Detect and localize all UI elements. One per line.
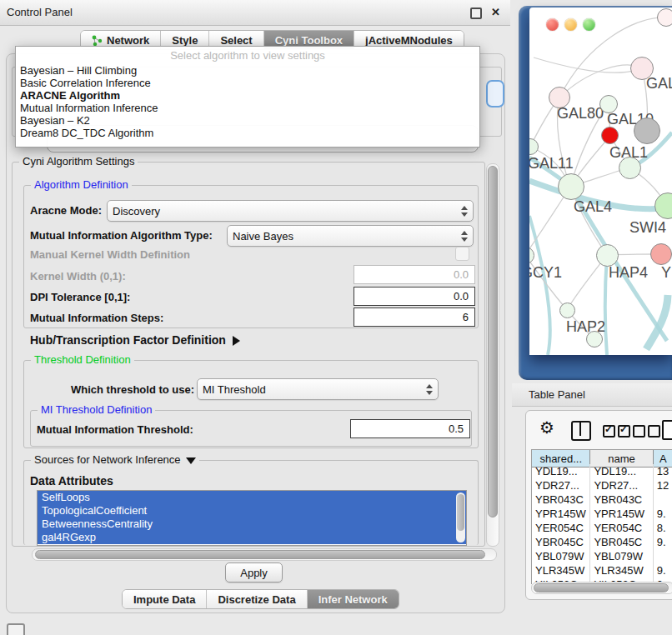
network-node-red[interactable] — [601, 127, 619, 144]
table-row[interactable]: YBR043CYBR043C — [532, 492, 672, 507]
control-panel-titlebar: Control Panel ✕ — [0, 0, 510, 26]
node-label: SWI4 — [629, 219, 666, 237]
panel-title: Control Panel — [7, 6, 73, 18]
table-header-row: shared... name A — [532, 450, 672, 464]
table-row[interactable]: YPR145WYPR145W9. — [532, 507, 672, 521]
menu-item-selected[interactable]: ARACNE Algorithm — [16, 89, 479, 102]
which-threshold-label: Which threshold to use: — [71, 383, 194, 396]
mi-algorithm-type-combobox[interactable]: Naive Bayes — [227, 225, 474, 247]
table-horizontal-scrollbar[interactable] — [531, 582, 672, 594]
algorithm-dropdown-popup: Select algorithm to view settings Bayesi… — [15, 46, 480, 148]
menu-item[interactable]: Basic Correlation Inference — [16, 77, 479, 89]
combo-arrows-icon — [419, 384, 433, 395]
network-node-gal4[interactable] — [558, 173, 584, 200]
hub-definition-expander[interactable]: Hub/Transcription Factor Definition — [30, 333, 240, 347]
minimized-panel-icon[interactable] — [7, 623, 25, 635]
algorithm-definition-title: Algorithm Definition — [31, 178, 132, 191]
table-row[interactable]: YBL079WYBL079W — [532, 549, 672, 563]
menu-item[interactable]: Dream8 DC_TDC Algorithm — [16, 127, 479, 139]
combo-arrows-icon — [454, 206, 468, 217]
list-item[interactable]: gal4RGexp — [38, 531, 466, 544]
network-node-partial-bottom[interactable] — [586, 331, 603, 348]
dpi-tolerance-label: DPI Tolerance [0,1]: — [30, 291, 130, 303]
mi-threshold-field[interactable]: 0.5 — [350, 419, 470, 438]
menu-item[interactable]: Mutual Information Inference — [16, 102, 479, 114]
table-panel-title: Table Panel — [529, 388, 585, 401]
column-visibility-icon[interactable] — [571, 421, 591, 441]
kernel-width-field[interactable]: 0.0 — [354, 265, 475, 284]
node-label: GAL11 — [529, 155, 574, 172]
mi-threshold-definition-title: MI Threshold Definition — [38, 403, 155, 416]
list-item[interactable]: SelfLoops — [38, 491, 466, 504]
kernel-width-label: Kernel Width (0,1): — [30, 270, 126, 282]
settings-group-title: Cyni Algorithm Settings — [19, 155, 138, 168]
tab-impute-data[interactable]: Impute Data — [123, 590, 207, 608]
network-node-gray[interactable] — [634, 118, 660, 144]
list-item[interactable]: TopologicalCoefficient — [38, 504, 466, 518]
node-label: GAL80 — [557, 105, 604, 122]
mi-steps-label: Mutual Information Steps: — [30, 312, 163, 324]
close-icon[interactable]: ✕ — [491, 6, 500, 18]
expander-collapsed-icon — [233, 336, 240, 346]
node-label: HAP4 — [609, 264, 648, 282]
aracne-mode-label: Aracne Mode: — [30, 204, 102, 217]
dpi-tolerance-field[interactable]: 0.0 — [354, 287, 475, 306]
table-panel: ⚙ shared... name A YDL19...YDL19...13 YD… — [525, 410, 672, 600]
network-edges — [529, 8, 672, 355]
table-panel-titlebar: Table Panel — [512, 383, 672, 407]
data-attributes-label: Data Attributes — [30, 474, 113, 488]
attributes-scrollbar[interactable] — [456, 492, 465, 542]
expander-expanded-icon — [186, 458, 196, 464]
network-node-gal1[interactable] — [619, 157, 641, 179]
list-item[interactable]: BetweennessCentrality — [38, 518, 466, 531]
table-row[interactable]: YDL19...YDL19...13 — [532, 464, 672, 478]
apply-button[interactable]: Apply — [225, 562, 283, 582]
algorithm-combobox-focus-edge[interactable] — [486, 80, 504, 108]
network-view-frame: GAL GAL80 GAL10 GAL1 GAL11 SWI4 GAL4 GCY… — [519, 6, 672, 380]
node-table: shared... name A YDL19...YDL19...13 YDR2… — [531, 449, 672, 584]
popup-placeholder: Select algorithm to view settings — [16, 47, 479, 64]
float-panel-icon[interactable] — [470, 8, 482, 19]
manual-kernel-width-checkbox[interactable] — [455, 247, 469, 261]
network-node-partial-top[interactable] — [657, 8, 672, 27]
node-label: GCY1 — [529, 264, 562, 282]
network-node-hap2[interactable] — [559, 302, 575, 318]
node-label: GAL — [646, 75, 672, 92]
network-tab-icon — [92, 35, 103, 46]
menu-item[interactable]: Bayesian – Hill Climbing — [16, 64, 479, 77]
sources-group-title[interactable]: Sources for Network Inference — [31, 453, 199, 466]
combo-arrows-icon — [454, 231, 468, 242]
table-row[interactable]: YBR045CYBR045C9. — [532, 535, 672, 549]
tab-discretize-data[interactable]: Discretize Data — [207, 590, 307, 608]
gear-icon[interactable]: ⚙ — [539, 419, 554, 436]
threshold-definition-title: Threshold Definition — [31, 353, 134, 366]
table-row[interactable]: YLR345WYLR345W9. — [532, 563, 672, 578]
table-row[interactable]: YER054CYER054C8. — [532, 521, 672, 535]
network-node-pink[interactable] — [650, 243, 672, 265]
which-threshold-combobox[interactable]: MI Threshold — [197, 378, 439, 400]
settings-horizontal-scrollbar[interactable] — [32, 548, 497, 561]
data-attributes-list[interactable]: SelfLoops TopologicalCoefficient Between… — [37, 490, 467, 546]
tab-infer-network[interactable]: Infer Network — [308, 590, 399, 608]
network-window[interactable]: GAL GAL80 GAL10 GAL1 GAL11 SWI4 GAL4 GCY… — [529, 8, 672, 355]
settings-vertical-scrollbar[interactable] — [486, 163, 499, 547]
network-node-hap4[interactable] — [596, 244, 619, 267]
manual-kernel-width-label: Manual Kernel Width Definition — [30, 248, 190, 261]
mi-steps-field[interactable]: 6 — [354, 308, 475, 327]
deselect-all-checkboxes-icon[interactable] — [633, 425, 660, 440]
node-label: GAL4 — [574, 198, 612, 216]
select-all-checkboxes-icon[interactable] — [603, 425, 630, 440]
export-table-icon[interactable] — [662, 420, 672, 440]
aracne-mode-combobox[interactable]: Discovery — [107, 200, 474, 222]
table-row[interactable]: YDR27...YDR27...12 — [532, 478, 672, 492]
cyni-mode-tabs: Impute Data Discretize Data Infer Networ… — [122, 589, 399, 609]
menu-item[interactable]: Bayesian – K2 — [16, 114, 479, 127]
mi-threshold-label: Mutual Information Threshold: — [37, 423, 193, 436]
mi-algorithm-type-label: Mutual Information Algorithm Type: — [30, 229, 213, 242]
node-label: Y — [661, 264, 671, 282]
